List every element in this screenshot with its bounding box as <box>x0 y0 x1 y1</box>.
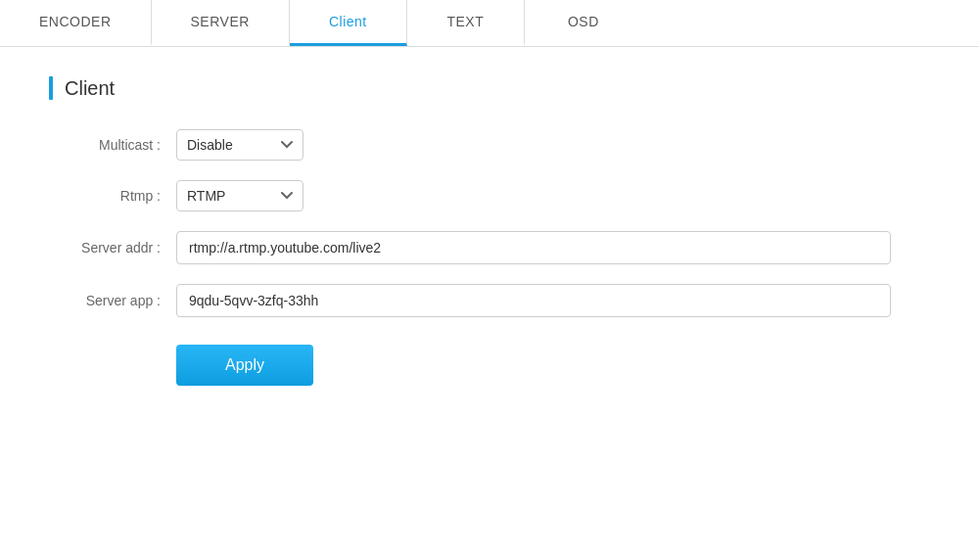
rtmp-select[interactable]: RTMP RTMPS <box>176 180 303 211</box>
server-addr-input[interactable] <box>176 231 891 264</box>
server-app-row: Server app : <box>49 284 930 317</box>
main-content: Client Multicast : Disable Enable Rtmp :… <box>0 47 979 415</box>
server-addr-label: Server addr : <box>49 240 176 256</box>
tab-server[interactable]: SERVER <box>152 0 290 46</box>
multicast-row: Multicast : Disable Enable <box>49 129 930 161</box>
server-app-label: Server app : <box>49 293 176 308</box>
tab-encoder[interactable]: ENCODER <box>0 0 152 46</box>
section-title: Client <box>49 76 930 100</box>
rtmp-row: Rtmp : RTMP RTMPS <box>49 180 930 211</box>
tab-osd[interactable]: OSD <box>525 0 642 46</box>
section-title-bar <box>49 76 53 100</box>
apply-button[interactable]: Apply <box>176 345 313 386</box>
tab-text[interactable]: TEXT <box>407 0 525 46</box>
server-addr-row: Server addr : <box>49 231 930 264</box>
page-title: Client <box>65 77 115 100</box>
server-app-input[interactable] <box>176 284 891 317</box>
tab-bar: ENCODER SERVER Client TEXT OSD <box>0 0 979 47</box>
multicast-label: Multicast : <box>49 137 176 153</box>
rtmp-label: Rtmp : <box>49 188 176 204</box>
tab-client[interactable]: Client <box>290 0 407 46</box>
multicast-select[interactable]: Disable Enable <box>176 129 303 161</box>
